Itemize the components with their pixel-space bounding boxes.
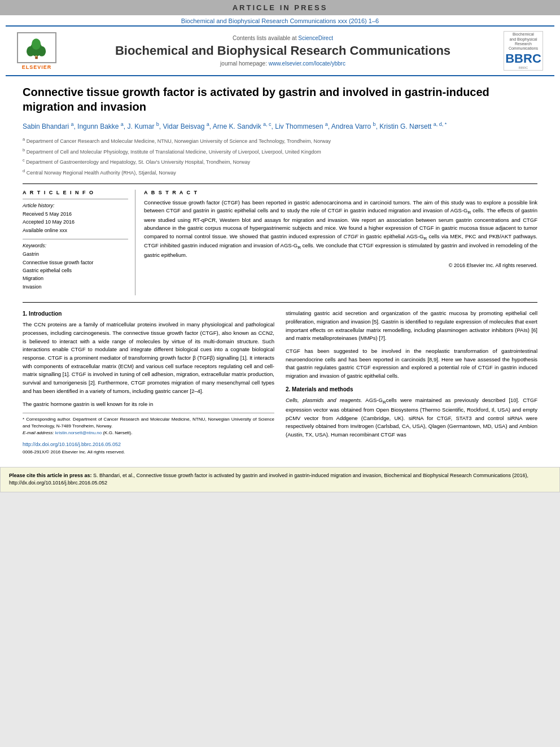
intro-para1: The CCN proteins are a family of matrice… [23,321,274,395]
article-info-abstract-section: A R T I C L E I N F O Article history: R… [23,184,537,295]
intro-para2: The gastric hormone gastrin is well know… [23,400,274,409]
abstract-label: A B S T R A C T [144,190,537,195]
svg-point-5 [35,55,37,58]
article-content: Connective tissue growth factor is activ… [0,76,560,461]
abstract-text: Connective tissue growth factor (CTGF) h… [144,199,537,259]
journal-homepage: journal homepage: www.elsevier.com/locat… [68,60,498,67]
article-title: Connective tissue growth factor is activ… [23,85,537,114]
bbrc-letters: BBRC [505,51,541,66]
top-header: ELSEVIER Contents lists available at Sci… [6,25,554,76]
body-two-col: 1. Introduction The CCN proteins are a f… [23,309,537,456]
citation-bar: Please cite this article in press as: S.… [0,467,560,492]
methods-italic-heading: Cells, plasmids and reagents. [286,397,362,403]
elsevier-tree-icon [20,35,54,60]
email-suffix: (K.G. Nørsett). [103,430,132,435]
accepted-date: Accepted 10 May 2016 [23,218,128,226]
article-info-col: A R T I C L E I N F O Article history: R… [23,190,135,295]
article-history-title: Article history: [23,203,128,208]
body-left-col: 1. Introduction The CCN proteins are a f… [23,309,274,456]
affil-a: a Department of Cancer Research and Mole… [23,136,537,146]
sciencedirect-link[interactable]: ScienceDirect [298,35,333,41]
doi-line[interactable]: http://dx.doi.org/10.1016/j.bbrc.2016.05… [23,441,274,449]
keyword-4: Migration [23,274,128,282]
keywords-group: Keywords: Gastrin Connective tissue grow… [23,243,128,291]
affil-b: b Department of Cell and Molecular Physi… [23,147,537,156]
authors-line: Sabin Bhandari a, Ingunn Bakke a, J. Kum… [23,121,537,132]
bbrc-logo: Biochemicaland BiophysicalResearchCommun… [504,31,549,71]
affiliations: a Department of Cancer Research and Mole… [23,136,537,177]
article-info-label: A R T I C L E I N F O [23,190,128,195]
right-intro-para2: CTGF has been suggested to be involved i… [286,347,537,381]
journal-name-header: Biochemical and Biophysical Research Com… [0,15,560,25]
body-divider [23,302,537,303]
keyword-2: Connective tissue growth factor [23,259,128,267]
keywords-title: Keywords: [23,243,128,248]
bbrc-bottom-text: BBRC [519,66,528,69]
body-right-col: stimulating gastric acid secretion and o… [286,309,537,456]
elsevier-logo-box [17,32,56,63]
email-note: E-mail address: kristin.norsett@ntnu.no … [23,430,274,436]
footnote-area: * Corresponding author. Department of Ca… [23,413,274,436]
right-intro-para1: stimulating gastric acid secretion and o… [286,309,537,343]
elsevier-logo: ELSEVIER [11,32,62,70]
sciencedirect-pre: Contents lists available at [233,35,296,41]
article-history-group: Article history: Received 5 May 2016 Acc… [23,203,128,234]
available-online: Available online xxx [23,226,128,234]
divider-1 [23,199,128,199]
journal-title-main: Biochemical and Biophysical Research Com… [68,43,498,58]
received-date: Received 5 May 2016 [23,210,128,218]
banner-text: ARTICLE IN PRESS [233,3,328,12]
article-in-press-banner: ARTICLE IN PRESS [0,0,560,15]
keyword-5: Invasion [23,283,128,291]
divider-2 [23,239,128,239]
sciencedirect-line: Contents lists available at ScienceDirec… [68,35,498,41]
header-center: Contents lists available at ScienceDirec… [62,35,504,67]
issn-line: 0006-291X/© 2016 Elsevier Inc. All right… [23,449,274,456]
svg-point-4 [32,38,41,50]
affil-d: d Central Norway Regional Health Authori… [23,168,537,177]
bbrc-logo-top-text: Biochemicaland BiophysicalResearchCommun… [509,32,538,51]
keyword-1: Gastrin [23,250,128,258]
homepage-url[interactable]: www.elsevier.com/locate/ybbrc [269,60,345,67]
intro-heading: 1. Introduction [23,309,274,318]
affil-c: c Department of Gastroenterology and Hep… [23,157,537,167]
corresponding-author-note: * Corresponding author. Department of Ca… [23,416,274,430]
keyword-3: Gastric epithelial cells [23,267,128,274]
elsevier-text-label: ELSEVIER [22,64,52,70]
methods-heading: 2. Materials and methods [286,385,537,394]
citation-label: Please cite this article in press as: S.… [9,473,528,486]
email-link[interactable]: kristin.norsett@ntnu.no [55,430,102,435]
copyright-line: © 2016 Elsevier Inc. All rights reserved… [144,263,537,268]
journal-name-text: Biochemical and Biophysical Research Com… [181,18,379,24]
bbrc-logo-box: Biochemicaland BiophysicalResearchCommun… [504,31,543,71]
homepage-pre: journal homepage: [220,60,267,67]
abstract-col: A B S T R A C T Connective tissue growth… [144,190,537,295]
methods-para1: Cells, plasmids and reagents. AGS-GRcell… [286,396,537,439]
page-wrapper: ARTICLE IN PRESS Biochemical and Biophys… [0,0,560,492]
